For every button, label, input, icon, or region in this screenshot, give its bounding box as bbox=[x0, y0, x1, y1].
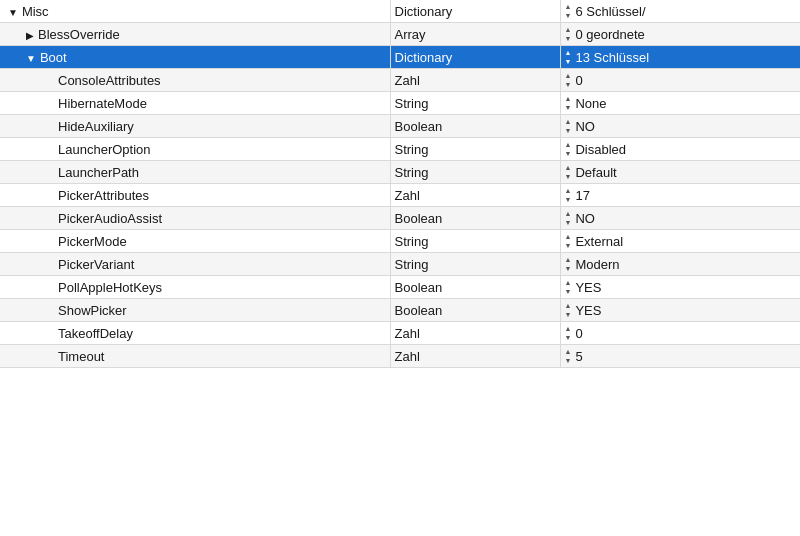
stepper-up-icon[interactable]: ▲ bbox=[565, 347, 572, 356]
table-row[interactable]: LauncherOptionString▲▼Disabled bbox=[0, 138, 800, 161]
stepper-up-icon[interactable]: ▲ bbox=[565, 324, 572, 333]
stepper-up-icon[interactable]: ▲ bbox=[565, 255, 572, 264]
type-cell: String bbox=[390, 161, 560, 184]
stepper-down-icon[interactable]: ▼ bbox=[565, 149, 572, 158]
stepper[interactable]: ▲▼ bbox=[565, 347, 572, 365]
table-row[interactable]: ▼BootDictionary▲▼13 Schlüssel bbox=[0, 46, 800, 69]
stepper-up-icon[interactable]: ▲ bbox=[565, 140, 572, 149]
table-row[interactable]: ▼MiscDictionary▲▼6 Schlüssel/ bbox=[0, 0, 800, 23]
type-cell: String bbox=[390, 253, 560, 276]
value-label: Disabled bbox=[575, 142, 626, 157]
stepper[interactable]: ▲▼ bbox=[565, 117, 572, 135]
table-row[interactable]: TakeoffDelayZahl▲▼0 bbox=[0, 322, 800, 345]
stepper[interactable]: ▲▼ bbox=[565, 186, 572, 204]
stepper[interactable]: ▲▼ bbox=[565, 209, 572, 227]
value-cell: ▲▼NO bbox=[560, 207, 800, 230]
stepper-up-icon[interactable]: ▲ bbox=[565, 301, 572, 310]
key-cell: LauncherPath bbox=[0, 161, 390, 184]
stepper-down-icon[interactable]: ▼ bbox=[565, 80, 572, 89]
table-row[interactable]: LauncherPathString▲▼Default bbox=[0, 161, 800, 184]
table-row[interactable]: TimeoutZahl▲▼5 bbox=[0, 345, 800, 368]
stepper-up-icon[interactable]: ▲ bbox=[565, 71, 572, 80]
table-row[interactable]: PickerModeString▲▼External bbox=[0, 230, 800, 253]
value-label: None bbox=[575, 96, 606, 111]
stepper-up-icon[interactable]: ▲ bbox=[565, 186, 572, 195]
value-cell: ▲▼17 bbox=[560, 184, 800, 207]
value-label: 13 Schlüssel bbox=[575, 50, 649, 65]
stepper-up-icon[interactable]: ▲ bbox=[565, 25, 572, 34]
key-label: PickerAttributes bbox=[58, 188, 149, 203]
value-label: 17 bbox=[575, 188, 589, 203]
key-cell: PickerAudioAssist bbox=[0, 207, 390, 230]
stepper-down-icon[interactable]: ▼ bbox=[565, 356, 572, 365]
triangle-down-icon[interactable]: ▼ bbox=[26, 53, 36, 64]
value-cell: ▲▼None bbox=[560, 92, 800, 115]
stepper[interactable]: ▲▼ bbox=[565, 140, 572, 158]
table-row[interactable]: HideAuxiliaryBoolean▲▼NO bbox=[0, 115, 800, 138]
stepper-down-icon[interactable]: ▼ bbox=[565, 57, 572, 66]
stepper-down-icon[interactable]: ▼ bbox=[565, 126, 572, 135]
stepper[interactable]: ▲▼ bbox=[565, 48, 572, 66]
stepper-up-icon[interactable]: ▲ bbox=[565, 2, 572, 11]
stepper-down-icon[interactable]: ▼ bbox=[565, 310, 572, 319]
table-row[interactable]: ▶BlessOverrideArray▲▼0 geordnete bbox=[0, 23, 800, 46]
stepper-up-icon[interactable]: ▲ bbox=[565, 209, 572, 218]
key-label: PollAppleHotKeys bbox=[58, 280, 162, 295]
stepper[interactable]: ▲▼ bbox=[565, 232, 572, 250]
table-row[interactable]: PickerAttributesZahl▲▼17 bbox=[0, 184, 800, 207]
stepper-up-icon[interactable]: ▲ bbox=[565, 278, 572, 287]
stepper-up-icon[interactable]: ▲ bbox=[565, 117, 572, 126]
stepper-down-icon[interactable]: ▼ bbox=[565, 103, 572, 112]
key-label: TakeoffDelay bbox=[58, 326, 133, 341]
stepper-down-icon[interactable]: ▼ bbox=[565, 34, 572, 43]
key-cell: TakeoffDelay bbox=[0, 322, 390, 345]
stepper-up-icon[interactable]: ▲ bbox=[565, 163, 572, 172]
stepper-up-icon[interactable]: ▲ bbox=[565, 232, 572, 241]
stepper-down-icon[interactable]: ▼ bbox=[565, 241, 572, 250]
key-cell: ConsoleAttributes bbox=[0, 69, 390, 92]
stepper[interactable]: ▲▼ bbox=[565, 163, 572, 181]
table-row[interactable]: PickerAudioAssistBoolean▲▼NO bbox=[0, 207, 800, 230]
table-row[interactable]: ConsoleAttributesZahl▲▼0 bbox=[0, 69, 800, 92]
stepper[interactable]: ▲▼ bbox=[565, 301, 572, 319]
stepper-down-icon[interactable]: ▼ bbox=[565, 287, 572, 296]
table-row[interactable]: ShowPickerBoolean▲▼YES bbox=[0, 299, 800, 322]
key-label: PickerVariant bbox=[58, 257, 134, 272]
plist-table: ▼MiscDictionary▲▼6 Schlüssel/▶BlessOverr… bbox=[0, 0, 800, 536]
stepper-down-icon[interactable]: ▼ bbox=[565, 195, 572, 204]
key-label: Boot bbox=[40, 50, 67, 65]
key-label: Misc bbox=[22, 4, 49, 19]
stepper[interactable]: ▲▼ bbox=[565, 324, 572, 342]
stepper[interactable]: ▲▼ bbox=[565, 25, 572, 43]
stepper-down-icon[interactable]: ▼ bbox=[565, 172, 572, 181]
table-row[interactable]: PollAppleHotKeysBoolean▲▼YES bbox=[0, 276, 800, 299]
stepper[interactable]: ▲▼ bbox=[565, 94, 572, 112]
value-cell: ▲▼External bbox=[560, 230, 800, 253]
stepper[interactable]: ▲▼ bbox=[565, 255, 572, 273]
type-cell: Dictionary bbox=[390, 46, 560, 69]
table-row[interactable]: PickerVariantString▲▼Modern bbox=[0, 253, 800, 276]
type-cell: String bbox=[390, 92, 560, 115]
type-cell: Zahl bbox=[390, 184, 560, 207]
stepper-down-icon[interactable]: ▼ bbox=[565, 333, 572, 342]
value-label: NO bbox=[575, 119, 595, 134]
stepper-down-icon[interactable]: ▼ bbox=[565, 11, 572, 20]
triangle-down-icon[interactable]: ▼ bbox=[8, 7, 18, 18]
value-label: 0 bbox=[575, 73, 582, 88]
table-row[interactable]: HibernateModeString▲▼None bbox=[0, 92, 800, 115]
triangle-right-icon[interactable]: ▶ bbox=[26, 30, 34, 41]
stepper[interactable]: ▲▼ bbox=[565, 278, 572, 296]
type-cell: Array bbox=[390, 23, 560, 46]
key-cell: ▼Misc bbox=[0, 0, 390, 23]
stepper-up-icon[interactable]: ▲ bbox=[565, 48, 572, 57]
stepper-up-icon[interactable]: ▲ bbox=[565, 94, 572, 103]
type-cell: Zahl bbox=[390, 69, 560, 92]
key-cell: PickerVariant bbox=[0, 253, 390, 276]
stepper[interactable]: ▲▼ bbox=[565, 2, 572, 20]
stepper-down-icon[interactable]: ▼ bbox=[565, 264, 572, 273]
value-cell: ▲▼Modern bbox=[560, 253, 800, 276]
stepper-down-icon[interactable]: ▼ bbox=[565, 218, 572, 227]
stepper[interactable]: ▲▼ bbox=[565, 71, 572, 89]
key-label: ShowPicker bbox=[58, 303, 127, 318]
type-cell: Zahl bbox=[390, 322, 560, 345]
